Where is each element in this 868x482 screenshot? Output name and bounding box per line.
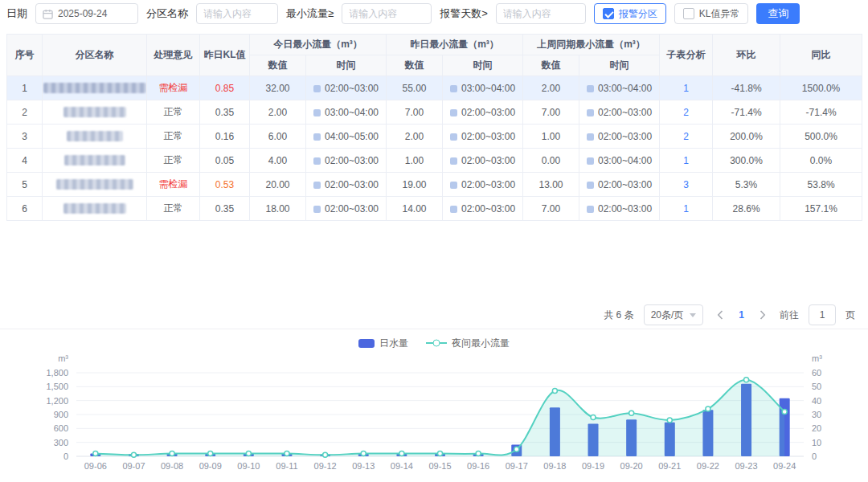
min-flow-input[interactable] bbox=[342, 3, 432, 24]
zones-table: 序号 分区名称 处理意见 昨日KL值 今日最小流量（m³） 昨日最小流量（m³）… bbox=[6, 34, 862, 221]
time-icon bbox=[313, 85, 321, 92]
alarm-zone-checkbox[interactable]: 报警分区 bbox=[594, 3, 666, 24]
query-button[interactable]: 查询 bbox=[756, 3, 800, 24]
time-icon bbox=[313, 109, 321, 116]
table-row[interactable]: 1需检漏0.8532.0002:00~03:0055.0003:00~04:00… bbox=[7, 76, 862, 100]
cell-opinion: 需检漏 bbox=[147, 173, 200, 197]
svg-text:60: 60 bbox=[812, 368, 821, 378]
masked-zone-name bbox=[63, 107, 126, 117]
prev-page-button[interactable] bbox=[713, 304, 727, 325]
page-size-select[interactable]: 20条/页 bbox=[644, 304, 704, 325]
cell-today-value: 18.00 bbox=[250, 197, 306, 221]
subtable-link[interactable]: 3 bbox=[683, 179, 689, 190]
table-header: 序号 分区名称 处理意见 昨日KL值 今日最小流量（m³） 昨日最小流量（m³）… bbox=[7, 35, 862, 76]
goto-page-input[interactable] bbox=[809, 304, 836, 325]
pagination-bar: 共 6 条 20条/页 1 前往 页 bbox=[0, 301, 868, 329]
cell-lastweek-time: 02:00~03:00 bbox=[579, 173, 660, 197]
cell-yesterday-value: 1.00 bbox=[387, 149, 443, 173]
cell-yesterday-value: 14.00 bbox=[387, 197, 443, 221]
cell-mom: 5.3% bbox=[713, 173, 780, 197]
current-page[interactable]: 1 bbox=[737, 309, 746, 321]
cell-yoy: 500.0% bbox=[780, 125, 862, 149]
cell-yesterday-value: 2.00 bbox=[387, 125, 443, 149]
cell-index: 2 bbox=[7, 100, 43, 125]
svg-text:30: 30 bbox=[812, 410, 821, 419]
svg-text:09-09: 09-09 bbox=[199, 461, 222, 471]
cell-kl-value: 0.53 bbox=[200, 173, 250, 197]
table-row[interactable]: 3正常0.166.0004:00~05:002.0002:00~03:001.0… bbox=[7, 125, 862, 149]
subtable-link[interactable]: 1 bbox=[683, 155, 689, 166]
cell-mom: 200.0% bbox=[713, 125, 780, 149]
cell-subtable: 1 bbox=[660, 197, 713, 221]
chart-section: 日水量 夜间最小流量 m³m³003001060020900301,200401… bbox=[0, 329, 868, 481]
cell-opinion: 正常 bbox=[147, 125, 200, 149]
cell-yesterday-time: 02:00~03:00 bbox=[443, 125, 523, 149]
time-icon bbox=[450, 109, 457, 116]
zones-table-wrap: 序号 分区名称 处理意见 昨日KL值 今日最小流量（m³） 昨日最小流量（m³）… bbox=[6, 34, 862, 221]
subtable-link[interactable]: 2 bbox=[683, 131, 689, 142]
svg-text:m³: m³ bbox=[812, 353, 822, 363]
cell-today-value: 20.00 bbox=[250, 173, 306, 197]
masked-zone-name bbox=[63, 203, 126, 214]
table-row[interactable]: 5需检漏0.5320.0002:00~03:0019.0002:00~03:00… bbox=[7, 173, 862, 197]
masked-zone-name bbox=[43, 83, 146, 93]
svg-text:09-21: 09-21 bbox=[658, 461, 681, 471]
cell-yoy: 1500.0% bbox=[780, 76, 862, 100]
time-icon bbox=[313, 182, 321, 189]
svg-text:1,800: 1,800 bbox=[46, 368, 68, 378]
subtable-link[interactable]: 2 bbox=[683, 107, 689, 118]
svg-text:09-11: 09-11 bbox=[276, 461, 297, 471]
time-icon bbox=[587, 109, 594, 116]
svg-text:600: 600 bbox=[54, 423, 68, 433]
svg-text:09-18: 09-18 bbox=[543, 461, 566, 471]
alarm-days-input[interactable] bbox=[496, 3, 586, 24]
next-page-button[interactable] bbox=[755, 304, 770, 325]
table-row[interactable]: 4正常0.054.0002:00~03:001.0002:00~03:000.0… bbox=[7, 149, 862, 173]
svg-text:m³: m³ bbox=[58, 353, 68, 363]
cell-mom: -71.4% bbox=[713, 100, 780, 125]
zone-name-input[interactable] bbox=[196, 3, 278, 24]
cell-lastweek-time: 02:00~03:00 bbox=[579, 197, 660, 221]
cell-lastweek-value: 7.00 bbox=[523, 197, 579, 221]
svg-text:09-16: 09-16 bbox=[467, 461, 489, 471]
cell-kl-value: 0.16 bbox=[200, 125, 250, 149]
cell-zone-name bbox=[43, 125, 147, 149]
time-icon bbox=[587, 85, 594, 92]
legend-daily-water[interactable]: 日水量 bbox=[358, 337, 408, 350]
cell-lastweek-value: 2.00 bbox=[523, 76, 579, 100]
col-header-today-time: 时间 bbox=[306, 55, 387, 76]
time-icon bbox=[450, 157, 457, 165]
subtable-link[interactable]: 1 bbox=[683, 203, 689, 214]
cell-kl-value: 0.35 bbox=[200, 100, 250, 125]
svg-text:0: 0 bbox=[63, 451, 68, 461]
time-icon bbox=[450, 85, 457, 92]
kl-abnormal-checkbox-label: KL值异常 bbox=[699, 7, 740, 21]
cell-yoy: 0.0% bbox=[780, 149, 862, 173]
subtable-link[interactable]: 1 bbox=[683, 83, 689, 94]
cell-subtable: 3 bbox=[660, 173, 713, 197]
cell-subtable: 2 bbox=[660, 125, 713, 149]
legend-night-min-flow[interactable]: 夜间最小流量 bbox=[426, 337, 510, 350]
cell-mom: 28.6% bbox=[713, 197, 780, 221]
page-size-value: 20条/页 bbox=[651, 308, 684, 322]
kl-abnormal-checkbox[interactable]: KL值异常 bbox=[674, 3, 749, 24]
filter-bar: 日期 2025-09-24 分区名称 最小流量≥ 报警天数> 报警分区 KL值异… bbox=[0, 0, 868, 27]
cell-subtable: 1 bbox=[660, 149, 713, 173]
time-icon bbox=[587, 133, 594, 141]
cell-mom: 300.0% bbox=[713, 149, 780, 173]
cell-zone-name bbox=[43, 76, 147, 100]
min-flow-label: 最小流量≥ bbox=[286, 6, 334, 21]
date-picker[interactable]: 2025-09-24 bbox=[35, 3, 138, 24]
chevron-left-icon bbox=[717, 310, 723, 320]
col-header-mom: 环比 bbox=[713, 35, 780, 76]
svg-text:10: 10 bbox=[812, 438, 821, 447]
total-count: 共 6 条 bbox=[604, 308, 633, 322]
chart-legend: 日水量 夜间最小流量 bbox=[0, 334, 868, 352]
col-header-index: 序号 bbox=[7, 35, 43, 76]
col-header-today-group: 今日最小流量（m³） bbox=[250, 35, 387, 55]
table-row[interactable]: 6正常0.3518.0002:00~03:0014.0002:00~03:007… bbox=[7, 197, 862, 221]
cell-zone-name bbox=[43, 149, 147, 173]
bar-series-swatch bbox=[358, 339, 375, 348]
cell-zone-name bbox=[43, 197, 147, 221]
table-row[interactable]: 2正常0.352.0003:00~04:007.0002:00~03:007.0… bbox=[7, 100, 862, 125]
